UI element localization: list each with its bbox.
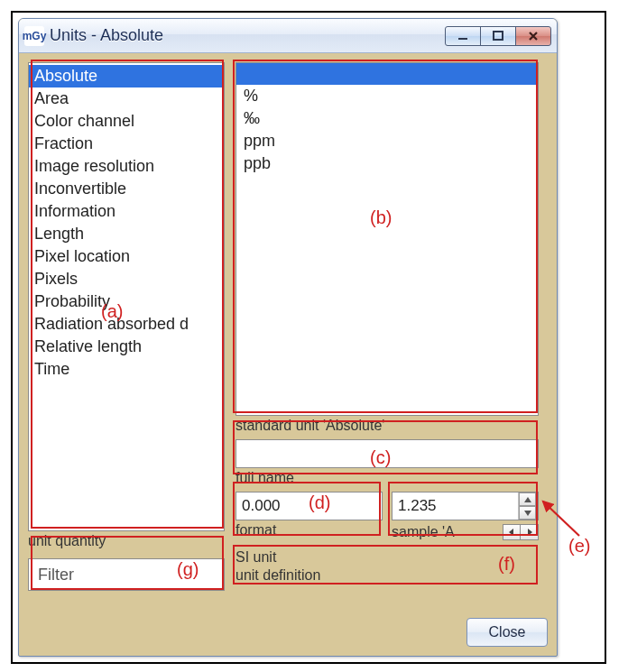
maximize-icon[interactable]: [480, 26, 516, 46]
unit-quantity-item[interactable]: Information: [29, 200, 224, 223]
filter-input-wrap[interactable]: [28, 558, 225, 591]
unit-quantity-item[interactable]: Radiation absorbed d: [29, 313, 224, 336]
annotation-e: (e): [568, 536, 590, 557]
unit-quantity-list[interactable]: AbsoluteAreaColor channelFractionImage r…: [28, 62, 225, 531]
close-icon[interactable]: [515, 26, 551, 46]
unit-definition-label: unit definition: [236, 567, 539, 584]
filter-input[interactable]: [36, 565, 217, 585]
sample-prev-icon[interactable]: [503, 524, 521, 540]
unit-quantity-item[interactable]: Color channel: [29, 110, 224, 133]
window-title: Units - Absolute: [50, 26, 440, 45]
app-icon: mGy: [24, 26, 44, 46]
unit-quantity-item[interactable]: Probability: [29, 290, 224, 313]
full-name-label: full name: [236, 470, 539, 486]
sample-down-icon[interactable]: [519, 506, 536, 520]
sample-up-icon[interactable]: [519, 492, 536, 506]
unit-item[interactable]: ppm: [236, 130, 538, 152]
sample-spinner[interactable]: [392, 492, 539, 520]
unit-quantity-item[interactable]: Fraction: [29, 133, 224, 155]
unit-items-list[interactable]: %‰ppmppb: [236, 62, 539, 416]
units-window: mGy Units - Absolute AbsoluteAreaColor c…: [18, 18, 558, 657]
unit-item[interactable]: ppb: [236, 152, 538, 175]
format-label: format: [236, 522, 383, 539]
standard-unit-label: standard unit 'Absolute': [236, 418, 539, 434]
sample-input[interactable]: [392, 497, 518, 515]
unit-item[interactable]: ‰: [236, 107, 538, 130]
minimize-icon[interactable]: [445, 26, 481, 46]
unit-quantity-item[interactable]: Image resolution: [29, 155, 224, 178]
unit-quantity-label: unit quantity: [28, 533, 225, 549]
full-name-input[interactable]: [236, 439, 539, 468]
unit-quantity-item[interactable]: Length: [29, 223, 224, 245]
unit-quantity-item[interactable]: Inconvertible: [29, 178, 224, 200]
sample-next-icon[interactable]: [521, 524, 539, 540]
unit-quantity-item[interactable]: Pixel location: [29, 245, 224, 268]
unit-quantity-item[interactable]: Time: [29, 358, 224, 381]
unit-item[interactable]: [236, 63, 538, 85]
si-unit-label: SI unit: [236, 549, 276, 566]
unit-quantity-item[interactable]: Relative length: [29, 336, 224, 358]
svg-rect-0: [458, 38, 467, 40]
close-button[interactable]: Close: [466, 618, 548, 647]
unit-item[interactable]: %: [236, 85, 538, 107]
unit-quantity-item[interactable]: Pixels: [29, 268, 224, 290]
unit-quantity-item[interactable]: Area: [29, 87, 224, 110]
format-input[interactable]: [236, 492, 383, 520]
titlebar: mGy Units - Absolute: [19, 19, 557, 53]
svg-rect-1: [494, 32, 503, 40]
sample-label: sample 'A: [392, 524, 497, 540]
unit-quantity-item[interactable]: Absolute: [29, 65, 224, 87]
window-controls: [446, 26, 551, 46]
